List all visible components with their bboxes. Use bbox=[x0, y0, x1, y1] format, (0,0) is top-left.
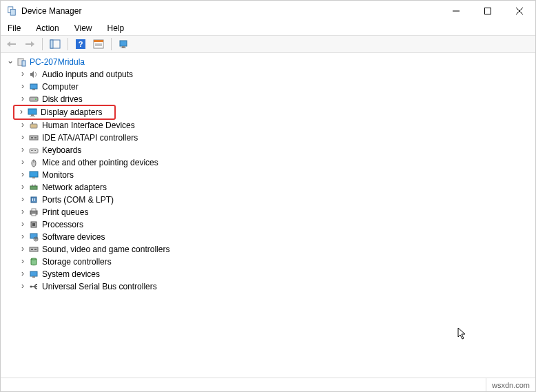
scan-hardware-button[interactable] bbox=[116, 37, 132, 52]
tree-node[interactable]: Ports (COM & LPT) bbox=[16, 194, 535, 206]
properties-button[interactable] bbox=[90, 37, 107, 52]
expand-arrow-icon[interactable] bbox=[19, 196, 27, 204]
forward-button[interactable] bbox=[21, 37, 38, 52]
device-category-icon bbox=[28, 157, 39, 168]
tree-node[interactable]: Audio inputs and outputs bbox=[16, 68, 535, 81]
node-label: Sound, video and game controllers bbox=[42, 245, 169, 254]
node-label: IDE ATA/ATAPI controllers bbox=[42, 133, 138, 143]
expand-arrow-icon[interactable] bbox=[19, 208, 27, 216]
svg-rect-26 bbox=[31, 114, 34, 116]
expand-arrow-icon[interactable] bbox=[19, 83, 27, 91]
svg-rect-47 bbox=[34, 198, 35, 201]
svg-rect-59 bbox=[30, 271, 37, 276]
expand-arrow-icon[interactable] bbox=[19, 158, 27, 167]
device-category-icon bbox=[28, 281, 39, 292]
node-label: Human Interface Devices bbox=[42, 121, 135, 130]
svg-rect-31 bbox=[31, 137, 33, 138]
expand-arrow-icon[interactable] bbox=[19, 282, 27, 291]
menu-file[interactable]: File bbox=[5, 23, 23, 34]
expand-arrow-icon[interactable] bbox=[6, 58, 14, 66]
svg-rect-9 bbox=[50, 40, 53, 48]
svg-rect-3 bbox=[485, 8, 491, 14]
expand-arrow-icon[interactable] bbox=[19, 245, 27, 254]
expand-arrow-icon[interactable] bbox=[19, 258, 27, 266]
svg-rect-18 bbox=[121, 48, 126, 48]
maximize-button[interactable] bbox=[472, 1, 504, 21]
svg-rect-46 bbox=[32, 198, 33, 201]
tree-node[interactable]: Computer bbox=[16, 81, 535, 93]
tree-root-node[interactable]: PC-207Mridula bbox=[3, 56, 535, 68]
tree-node[interactable]: Display adapters bbox=[14, 106, 102, 118]
svg-rect-1 bbox=[10, 9, 15, 15]
expand-arrow-icon[interactable] bbox=[19, 134, 27, 142]
svg-rect-20 bbox=[22, 61, 25, 66]
minimize-button[interactable] bbox=[440, 1, 472, 21]
node-label: Monitors bbox=[42, 170, 74, 180]
svg-rect-57 bbox=[34, 249, 37, 250]
svg-rect-41 bbox=[32, 177, 35, 178]
svg-rect-13 bbox=[94, 40, 103, 42]
toolbar-separator bbox=[111, 38, 112, 50]
svg-rect-27 bbox=[30, 116, 35, 116]
expand-arrow-icon[interactable] bbox=[19, 220, 27, 229]
svg-rect-23 bbox=[30, 97, 38, 101]
svg-rect-44 bbox=[34, 185, 36, 186]
svg-point-66 bbox=[36, 288, 37, 289]
svg-rect-29 bbox=[32, 122, 33, 124]
expand-arrow-icon[interactable] bbox=[17, 108, 25, 116]
expand-arrow-icon[interactable] bbox=[19, 183, 27, 192]
tree-node[interactable]: Sound, video and game controllers bbox=[16, 243, 535, 256]
svg-rect-49 bbox=[32, 209, 36, 211]
device-category-icon bbox=[28, 269, 39, 280]
tree-node[interactable]: Processors bbox=[16, 218, 535, 231]
svg-rect-32 bbox=[34, 137, 37, 138]
device-category-icon bbox=[28, 194, 39, 205]
expand-arrow-icon[interactable] bbox=[19, 270, 27, 278]
tree-node[interactable]: Software devices bbox=[16, 231, 535, 243]
tree-node[interactable]: Universal Serial Bus controllers bbox=[16, 280, 535, 293]
root-label: PC-207Mridula bbox=[30, 57, 85, 67]
show-hide-console-button[interactable] bbox=[47, 37, 63, 52]
expand-arrow-icon[interactable] bbox=[19, 70, 27, 79]
tree-node[interactable]: Disk drives bbox=[16, 93, 535, 105]
svg-rect-36 bbox=[34, 150, 34, 151]
expand-arrow-icon[interactable] bbox=[19, 95, 27, 103]
tree-node[interactable]: IDE ATA/ATAPI controllers bbox=[16, 132, 535, 144]
menu-action[interactable]: Action bbox=[33, 23, 61, 34]
node-label: Audio inputs and outputs bbox=[42, 70, 133, 79]
tree-node[interactable]: Monitors bbox=[16, 169, 535, 181]
svg-rect-56 bbox=[31, 249, 33, 250]
help-button[interactable]: ? bbox=[72, 37, 89, 52]
tree-node[interactable]: Human Interface Devices bbox=[16, 119, 535, 132]
svg-point-24 bbox=[35, 99, 37, 100]
toolbar: ? bbox=[1, 35, 535, 53]
node-label: System devices bbox=[42, 269, 100, 279]
svg-rect-52 bbox=[32, 223, 35, 226]
back-button[interactable] bbox=[3, 37, 20, 52]
svg-text:?: ? bbox=[79, 40, 83, 48]
svg-rect-43 bbox=[32, 185, 33, 186]
node-label: Print queues bbox=[42, 207, 88, 217]
device-category-icon bbox=[28, 120, 39, 131]
toolbar-separator bbox=[68, 38, 68, 50]
device-category-icon bbox=[28, 94, 39, 105]
svg-rect-65 bbox=[36, 284, 37, 285]
svg-rect-53 bbox=[30, 234, 37, 238]
tree-node[interactable]: Network adapters bbox=[16, 181, 535, 194]
app-icon bbox=[6, 6, 17, 17]
tree-node[interactable]: Keyboards bbox=[16, 144, 535, 156]
node-label: Computer bbox=[42, 82, 79, 92]
svg-rect-34 bbox=[31, 150, 32, 151]
expand-arrow-icon[interactable] bbox=[19, 146, 27, 154]
tree-node[interactable]: System devices bbox=[16, 268, 535, 280]
menu-view[interactable]: View bbox=[72, 23, 95, 34]
expand-arrow-icon[interactable] bbox=[19, 171, 27, 179]
tree-node[interactable]: Print queues bbox=[16, 206, 535, 218]
tree-node[interactable]: Mice and other pointing devices bbox=[16, 156, 535, 169]
expand-arrow-icon[interactable] bbox=[19, 121, 27, 130]
close-button[interactable] bbox=[504, 1, 535, 21]
menu-help[interactable]: Help bbox=[105, 23, 127, 34]
device-tree[interactable]: PC-207Mridula Audio inputs and outputs C… bbox=[1, 53, 535, 378]
tree-node[interactable]: Storage controllers bbox=[16, 256, 535, 268]
expand-arrow-icon[interactable] bbox=[19, 233, 27, 241]
